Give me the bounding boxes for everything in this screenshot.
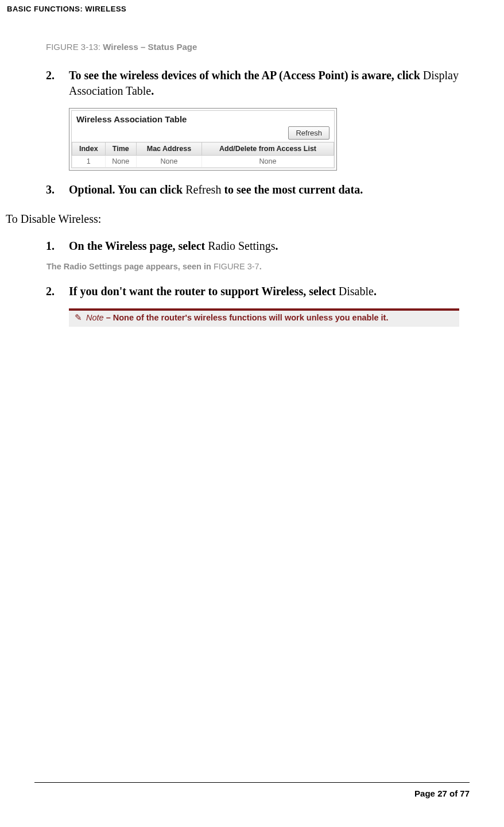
figure-caption: FIGURE 3-13: Wireless – Status Page (46, 42, 470, 52)
step-plain: Refresh (185, 183, 221, 196)
step-text: To see the wireless devices of which the… (69, 68, 470, 99)
col-action: Add/Delete from Access List (202, 142, 334, 156)
step-bold: If you don't want the router to support … (69, 285, 339, 297)
caption-bold: The Radio Settings page appears, seen in (46, 262, 214, 271)
refresh-button-wrap: Refresh (72, 125, 334, 142)
cell-index: 1 (72, 156, 106, 168)
association-table-screenshot: Wireless Association Table Refresh Index… (69, 108, 337, 171)
step-text: If you don't want the router to support … (69, 284, 470, 299)
caption-bold-end: . (259, 262, 262, 271)
step-bold-end: . (275, 239, 278, 252)
association-table-header: Wireless Association Table (72, 111, 334, 125)
figure-number: FIGURE 3-13 (46, 42, 98, 52)
step-bold-end: . (151, 84, 154, 97)
step-number: 3. (46, 182, 69, 198)
radio-settings-caption: The Radio Settings page appears, seen in… (46, 262, 470, 271)
step-bold: To see the wireless devices of which the… (69, 69, 423, 82)
step-a-3: 3. Optional. You can click Refresh to se… (46, 182, 470, 198)
section-lead: To Disable Wireless: (6, 212, 470, 226)
col-time: Time (105, 142, 136, 156)
step-bold: On the Wireless page, select (69, 239, 208, 252)
step-bold-end: . (374, 285, 377, 297)
step-b-1: 1. On the Wireless page, select Radio Se… (46, 238, 470, 254)
association-table: Index Time Mac Address Add/Delete from A… (72, 142, 334, 168)
cell-action: None (202, 156, 334, 168)
figure-title: Wireless – Status Page (103, 42, 197, 52)
note-box: ✎ Note – None of the router's wireless f… (69, 308, 459, 327)
table-row: 1 None None None (72, 156, 334, 168)
col-index: Index (72, 142, 106, 156)
step-plain: Disable (339, 285, 374, 297)
figure-colon: : (98, 42, 100, 52)
table-header-row: Index Time Mac Address Add/Delete from A… (72, 142, 334, 156)
footer-rule (34, 782, 470, 783)
cell-mac: None (136, 156, 201, 168)
step-a-2: 2. To see the wireless devices of which … (46, 68, 470, 99)
pencil-icon: ✎ (75, 312, 84, 324)
cell-time: None (105, 156, 136, 168)
step-number: 2. (46, 284, 69, 299)
step-plain: Radio Settings (208, 239, 275, 252)
page-footer: Page 27 of 77 (34, 782, 470, 798)
refresh-button[interactable]: Refresh (288, 126, 329, 140)
step-b-2: 2. If you don't want the router to suppo… (46, 284, 470, 299)
note-text: – None of the router's wireless function… (104, 313, 389, 322)
col-mac: Mac Address (136, 142, 201, 156)
caption-ref: FIGURE 3-7 (214, 262, 259, 271)
step-number: 1. (46, 238, 69, 254)
step-bold: Optional. You can click (69, 183, 185, 196)
association-table-title: Wireless Association Table (76, 113, 331, 124)
step-bold-end: to see the most current data. (221, 183, 363, 196)
step-text: Optional. You can click Refresh to see t… (69, 182, 470, 198)
association-table-inner: Wireless Association Table Refresh Index… (71, 110, 335, 168)
note-label: Note (84, 313, 104, 322)
step-text: On the Wireless page, select Radio Setti… (69, 238, 470, 254)
main-content: FIGURE 3-13: Wireless – Status Page 2. T… (6, 42, 470, 327)
page-header: BASIC FUNCTIONS: WIRELESS (6, 5, 470, 13)
page-number: Page 27 of 77 (34, 789, 470, 798)
step-number: 2. (46, 68, 69, 99)
